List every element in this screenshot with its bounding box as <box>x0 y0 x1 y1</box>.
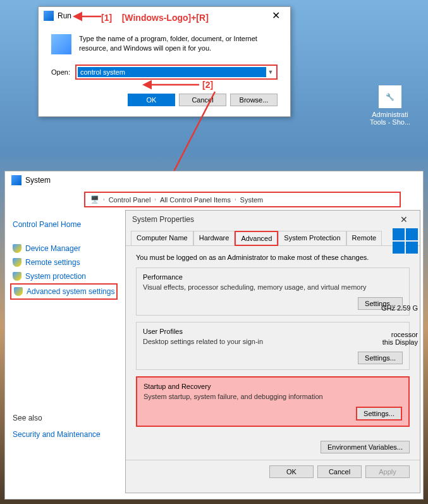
shield-icon <box>13 244 21 253</box>
cancel-button[interactable]: Cancel <box>317 465 362 478</box>
tab-system-protection[interactable]: System Protection <box>278 231 346 245</box>
remote-settings-link[interactable]: Remote settings <box>13 255 118 269</box>
open-input[interactable] <box>78 67 266 77</box>
tab-hardware[interactable]: Hardware <box>193 231 235 245</box>
annotation-2: [2] <box>202 80 213 90</box>
ok-button[interactable]: OK <box>269 465 314 478</box>
tab-advanced[interactable]: Advanced <box>235 231 278 246</box>
breadcrumb-item[interactable]: All Control Panel Items <box>160 196 231 204</box>
apply-button[interactable]: Apply <box>365 465 410 478</box>
security-maintenance-link[interactable]: Security and Maintenance <box>13 427 118 441</box>
run-icon <box>44 11 54 21</box>
section-desc: Visual effects, processor scheduling, me… <box>143 283 403 291</box>
control-panel-home-link[interactable]: Control Panel Home <box>13 218 118 231</box>
breadcrumb[interactable]: 🖥️ › Control Panel › All Control Panel I… <box>84 192 401 207</box>
chevron-right-icon: › <box>154 197 156 202</box>
chevron-right-icon: › <box>103 197 105 202</box>
ok-button[interactable]: OK <box>128 94 175 106</box>
advanced-system-settings-link[interactable]: Advanced system settings <box>10 283 118 300</box>
system-info-panel: GHz 2.59 G rocessor this Display <box>381 228 418 346</box>
system-icon <box>11 175 21 185</box>
annotation-1: [1] [Windows-Logo]+[R] <box>101 13 209 23</box>
run-description: Type the name of a program, folder, docu… <box>79 34 278 54</box>
tab-computer-name[interactable]: Computer Name <box>131 231 193 245</box>
desktop-shortcut-label: Administrati Tools - Sho... <box>365 111 415 126</box>
startup-recovery-section: Startup and Recovery System startup, sys… <box>136 376 410 427</box>
run-dialog: Run ✕ Type the name of a program, folder… <box>38 6 291 117</box>
processor-label: rocessor <box>381 331 418 338</box>
desktop-shortcut-admin-tools[interactable]: 🔧 Administrati Tools - Sho... <box>365 85 415 126</box>
performance-section: Performance Visual effects, processor sc… <box>136 267 410 316</box>
section-desc: System startup, system failure, and debu… <box>144 393 402 400</box>
tab-remote[interactable]: Remote <box>346 231 382 245</box>
close-icon[interactable]: ✕ <box>394 214 413 224</box>
system-titlebar: System <box>5 171 423 189</box>
section-desc: Desktop settings related to your sign-in <box>143 338 403 345</box>
device-manager-link[interactable]: Device Manager <box>13 242 118 255</box>
display-label: this Display <box>381 338 418 346</box>
startup-settings-button[interactable]: Settings... <box>356 407 402 421</box>
chevron-down-icon[interactable]: ▼ <box>266 69 275 75</box>
see-also-label: See also <box>13 414 118 422</box>
admin-tools-icon: 🔧 <box>379 85 401 108</box>
user-profiles-section: User Profiles Desktop settings related t… <box>136 322 410 370</box>
sysprops-titlebar: System Properties ✕ <box>126 211 420 228</box>
shield-icon <box>13 272 21 281</box>
monitor-icon: 🖥️ <box>90 195 99 204</box>
sysprops-tabs: Computer Name Hardware Advanced System P… <box>126 228 420 246</box>
system-properties-dialog: System Properties ✕ Computer Name Hardwa… <box>125 210 420 493</box>
breadcrumb-item[interactable]: Control Panel <box>109 196 151 204</box>
run-program-icon <box>51 34 71 54</box>
sysprops-title: System Properties <box>132 215 394 224</box>
open-combobox[interactable]: ▼ <box>75 65 278 80</box>
breadcrumb-item[interactable]: System <box>240 196 264 204</box>
system-sidebar: Control Panel Home Device Manager Remote… <box>5 210 125 500</box>
browse-button[interactable]: Browse... <box>230 94 278 106</box>
system-protection-link[interactable]: System protection <box>13 269 118 283</box>
close-icon[interactable]: ✕ <box>266 9 285 22</box>
environment-variables-button[interactable]: Environment Variables... <box>321 441 410 453</box>
chevron-right-icon: › <box>235 197 236 202</box>
cancel-button[interactable]: Cancel <box>179 94 226 106</box>
open-label: Open: <box>51 68 70 76</box>
shield-icon <box>13 258 21 267</box>
system-title: System <box>25 176 51 185</box>
section-title: Startup and Recovery <box>144 383 402 390</box>
shield-icon <box>14 287 23 296</box>
system-window: System 🖥️ › Control Panel › All Control … <box>4 171 424 500</box>
section-title: Performance <box>143 273 403 281</box>
profiles-settings-button[interactable]: Settings... <box>358 352 403 364</box>
ghz-label: GHz 2.59 G <box>381 304 418 312</box>
section-title: User Profiles <box>143 328 403 335</box>
windows-logo-icon <box>393 228 418 254</box>
admin-note: You must be logged on as an Administrato… <box>136 254 410 261</box>
